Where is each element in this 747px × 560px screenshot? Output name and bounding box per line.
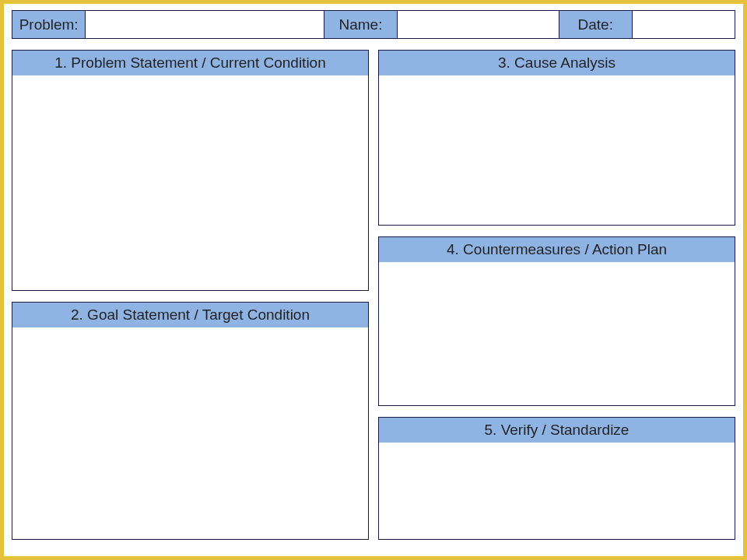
panel-title: 4. Countermeasures / Action Plan [379,237,735,262]
panel-body[interactable] [12,327,368,539]
panel-verify-standardize: 5. Verify / Standardize [378,417,735,540]
panel-title: 2. Goal Statement / Target Condition [12,303,368,327]
panel-title: 5. Verify / Standardize [379,418,735,443]
header-table: Problem: Name: Date: [12,10,735,39]
columns: 1. Problem Statement / Current Condition… [12,50,735,540]
panel-title: 3. Cause Analysis [379,51,735,75]
panel-cause-analysis: 3. Cause Analysis [378,50,735,226]
panel-body[interactable] [379,75,735,225]
panel-body[interactable] [379,262,735,405]
date-input[interactable] [632,11,735,39]
panel-countermeasures: 4. Countermeasures / Action Plan [378,236,735,406]
panel-body[interactable] [12,75,368,290]
name-input[interactable] [398,11,559,39]
right-column: 3. Cause Analysis 4. Countermeasures / A… [378,50,735,540]
panel-title: 1. Problem Statement / Current Condition [12,51,368,75]
problem-input[interactable] [86,11,324,39]
date-label: Date: [559,11,632,39]
left-column: 1. Problem Statement / Current Condition… [12,50,369,540]
panel-goal-statement: 2. Goal Statement / Target Condition [12,302,369,540]
panel-body[interactable] [379,443,735,539]
panel-problem-statement: 1. Problem Statement / Current Condition [12,50,369,291]
problem-label: Problem: [12,11,86,39]
name-label: Name: [324,11,397,39]
